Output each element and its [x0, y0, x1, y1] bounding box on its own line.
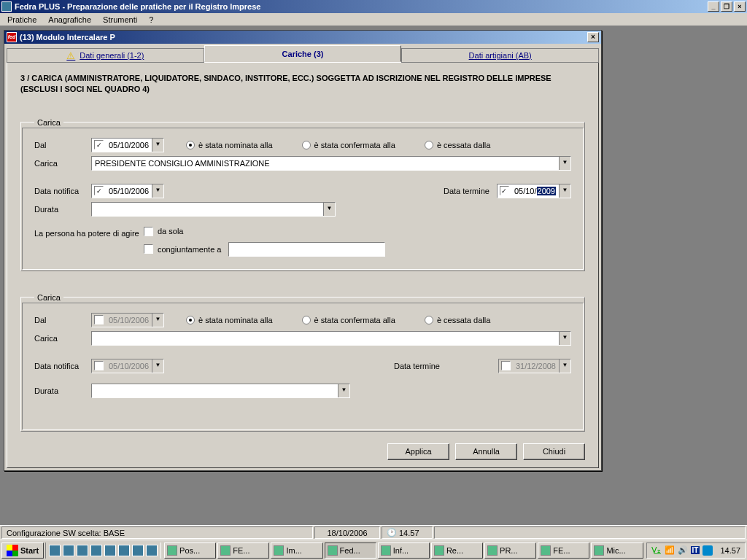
datatermine-date-input[interactable]: ✓ 05/10/2009 ▼ — [497, 184, 571, 198]
dal-date-input[interactable]: 05/10/2006 ▼ — [91, 313, 164, 327]
radio-label: è stata nominata alla — [198, 316, 273, 324]
tab-dati-generali[interactable]: Dati generali (1-2) — [7, 48, 204, 63]
label-congiuntamente: congiuntamente a — [158, 245, 221, 254]
date-value: 05/10/2006 — [106, 362, 152, 370]
start-label: Start — [20, 546, 39, 555]
durata-combo[interactable]: ▼ — [91, 384, 350, 398]
congiuntamente-input[interactable] — [228, 242, 385, 257]
durata-combo[interactable]: ▼ — [91, 202, 336, 217]
date-checkbox-icon[interactable]: ✓ — [94, 140, 104, 149]
dal-date-input[interactable]: ✓ 05/10/2006 ▼ — [91, 138, 164, 152]
chevron-down-icon[interactable]: ▼ — [152, 184, 163, 198]
status-time: 🕑 14.57 — [382, 526, 433, 539]
radio-icon — [425, 141, 433, 149]
mdi-area: fed (13) Modulo Intercalare P × Dati gen… — [0, 26, 747, 543]
inner-close-button[interactable]: × — [587, 32, 599, 42]
chevron-down-icon[interactable]: ▼ — [559, 184, 570, 198]
taskbar-button[interactable]: Im... — [271, 542, 322, 559]
quick-launch-icon[interactable] — [132, 545, 144, 556]
carica-combo[interactable]: ▼ — [91, 331, 571, 346]
tabstrip: Dati generali (1-2) Cariche (3) Dati art… — [4, 44, 601, 62]
quick-launch-icon[interactable] — [77, 545, 88, 556]
taskbar-button[interactable]: FE... — [538, 542, 589, 559]
date-checkbox-icon[interactable] — [94, 315, 104, 324]
radio-cessata[interactable]: è cessata dalla — [425, 316, 490, 324]
radio-confermata[interactable]: è stata confermata alla — [302, 141, 395, 149]
taskbar-button[interactable]: Fed... — [325, 542, 376, 559]
quick-launch-icon[interactable] — [90, 545, 102, 556]
quick-launch-icon[interactable] — [104, 545, 116, 556]
carica-group-1: Carica Dal ✓ 05/10/2006 ▼ è stata nomina… — [20, 118, 585, 271]
chevron-down-icon[interactable]: ▼ — [559, 332, 570, 345]
group-legend: Carica — [34, 118, 63, 127]
tab-dati-artigiani[interactable]: Dati artigiani (AB) — [401, 48, 599, 63]
checkbox-dasola[interactable] — [144, 227, 153, 236]
label-dasola: da sola — [158, 227, 183, 236]
label-carica: Carica — [34, 334, 91, 343]
combo-value: PRESIDENTE CONSIGLIO AMMINISTRAZIONE — [92, 159, 559, 168]
task-icon — [594, 545, 604, 556]
tab-cariche[interactable]: Cariche (3) — [204, 45, 402, 62]
datatermine-date-input[interactable]: 31/12/2008 ▼ — [498, 359, 571, 373]
taskbar-button[interactable]: Inf... — [378, 542, 430, 559]
carica-combo[interactable]: PRESIDENTE CONSIGLIO AMMINISTRAZIONE ▼ — [91, 156, 571, 171]
chevron-down-icon[interactable]: ▼ — [559, 359, 570, 373]
radio-label: è cessata dalla — [437, 316, 490, 324]
menu-pratiche[interactable]: Pratiche — [1, 15, 42, 25]
date-checkbox-icon[interactable] — [501, 361, 511, 370]
tray-icon[interactable] — [703, 545, 713, 556]
quick-launch-icon[interactable] — [63, 545, 74, 556]
taskbar-button[interactable]: Mic... — [591, 542, 643, 559]
section-heading: 3 / CARICA (AMMINISTRATORE, LIQUIDATORE,… — [20, 73, 585, 95]
chevron-down-icon[interactable]: ▼ — [152, 314, 163, 327]
inner-title: (13) Modulo Intercalare P — [20, 33, 115, 42]
tray-language[interactable]: IT — [691, 546, 700, 554]
annulla-button[interactable]: Annulla — [455, 443, 517, 460]
task-label: Im... — [286, 546, 301, 555]
date-checkbox-icon[interactable] — [94, 361, 104, 370]
inner-window: fed (13) Modulo Intercalare P × Dati gen… — [4, 30, 602, 471]
status-date: 18/10/2006 — [314, 526, 380, 539]
taskbar-button[interactable]: FE... — [217, 542, 269, 559]
restore-button[interactable]: ❐ — [721, 1, 732, 12]
close-button[interactable]: × — [734, 1, 746, 12]
chevron-down-icon[interactable]: ▼ — [338, 384, 349, 397]
chiudi-button[interactable]: Chiudi — [523, 443, 585, 460]
tray-icon[interactable]: V͟₂ — [651, 545, 662, 556]
date-checkbox-icon[interactable]: ✓ — [500, 186, 509, 195]
start-button[interactable]: Start — [1, 542, 44, 559]
menu-anagrafiche[interactable]: Anagrafiche — [42, 15, 97, 25]
datanotifica-date-input[interactable]: ✓ 05/10/2006 ▼ — [91, 184, 164, 198]
quick-launch-icon[interactable] — [49, 545, 61, 556]
quick-launch-icon[interactable] — [118, 545, 130, 556]
date-value: 05/10/2009 — [511, 187, 559, 195]
status-empty — [434, 526, 746, 539]
chevron-down-icon[interactable]: ▼ — [559, 157, 570, 170]
task-icon — [487, 545, 498, 556]
radio-nominata[interactable]: è stata nominata alla — [186, 316, 273, 324]
checkbox-congiuntamente[interactable] — [144, 244, 153, 254]
tray-icon[interactable]: 📶 — [665, 545, 675, 556]
radio-cessata[interactable]: è cessata dalla — [425, 141, 490, 149]
applica-button[interactable]: Applica — [387, 443, 449, 460]
taskbar-button[interactable]: Pos... — [164, 542, 216, 559]
radio-nominata[interactable]: è stata nominata alla — [186, 141, 273, 149]
tray-icon[interactable]: 🔊 — [678, 545, 688, 556]
task-label: FE... — [553, 546, 570, 555]
chevron-down-icon[interactable]: ▼ — [152, 139, 163, 152]
chevron-down-icon[interactable]: ▼ — [323, 203, 335, 216]
menu-help[interactable]: ? — [143, 15, 159, 25]
taskbar-button[interactable]: PR... — [484, 542, 536, 559]
taskbar-button[interactable]: Re... — [431, 542, 483, 559]
taskbar: Start Pos...FE...Im...Fed...Inf...Re...P… — [0, 540, 747, 560]
task-icon — [167, 545, 177, 556]
radio-icon — [425, 316, 433, 324]
chevron-down-icon[interactable]: ▼ — [152, 359, 163, 373]
quick-launch-icon[interactable] — [146, 545, 158, 556]
radio-icon — [302, 316, 311, 324]
datanotifica-date-input[interactable]: 05/10/2006 ▼ — [91, 359, 164, 373]
date-checkbox-icon[interactable]: ✓ — [94, 186, 104, 195]
radio-confermata[interactable]: è stata confermata alla — [302, 316, 395, 324]
menu-strumenti[interactable]: Strumenti — [97, 15, 143, 25]
minimize-button[interactable]: _ — [708, 1, 719, 12]
